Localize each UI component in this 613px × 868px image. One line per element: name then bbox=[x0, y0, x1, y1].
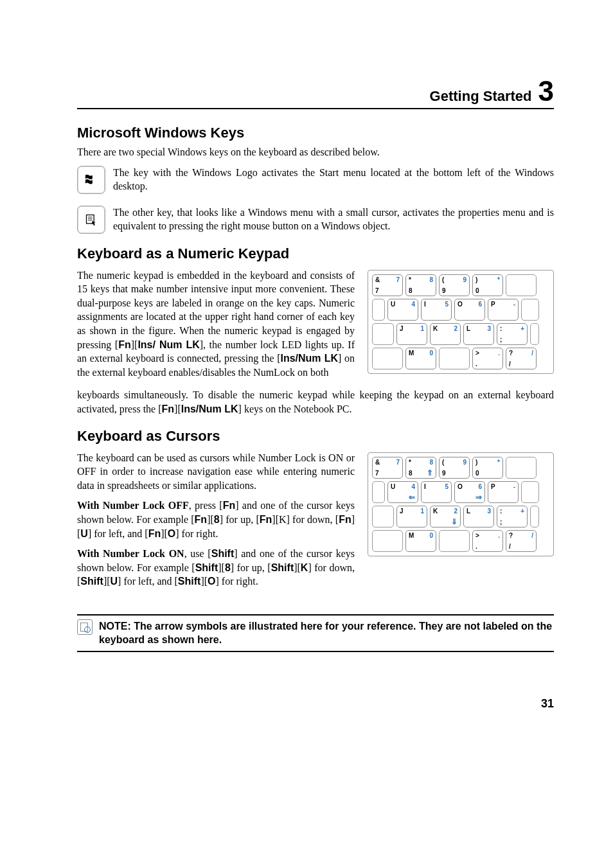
cursors-off-para: With Number Lock OFF, press [Fn] and one… bbox=[77, 499, 355, 540]
keypad-key: :+; bbox=[497, 506, 528, 527]
keypad-key: :+; bbox=[497, 323, 528, 345]
cursors-block: The keyboard can be used as cursors whil… bbox=[77, 448, 554, 595]
keypad-key-blank bbox=[506, 457, 537, 479]
t: ] for right. bbox=[215, 576, 258, 587]
shift-key-label: Shift bbox=[80, 576, 103, 587]
keypad-key-blank bbox=[372, 506, 394, 527]
fn-key-label: Fn bbox=[195, 514, 208, 525]
keypad-key: U4 bbox=[387, 299, 418, 321]
keypad-key: U4⇐ bbox=[387, 481, 418, 503]
keypad-key: J1 bbox=[396, 323, 427, 345]
key-o-label: O bbox=[168, 528, 175, 539]
fn-key-label: Fn bbox=[162, 403, 175, 414]
keypad-key-blank bbox=[372, 348, 403, 369]
keypad-key: >.. bbox=[472, 530, 503, 552]
t: ][ bbox=[161, 528, 168, 539]
t: ][ bbox=[131, 339, 138, 350]
chapter-number: 3 bbox=[538, 77, 554, 105]
keypad-key: M0 bbox=[405, 530, 436, 552]
keypad-key: K2 bbox=[430, 323, 461, 345]
t: ] for left, and [ bbox=[118, 576, 178, 587]
t: , use [ bbox=[184, 548, 211, 559]
key-u-label: U bbox=[80, 528, 88, 539]
keypad-key: *88 bbox=[405, 274, 436, 296]
windows-menu-key-text: The other key, that looks like a Windows… bbox=[113, 206, 554, 233]
keypad-key-blank bbox=[439, 530, 470, 552]
keypad-key-blank bbox=[506, 274, 537, 296]
keypad-key-blank bbox=[372, 481, 385, 503]
keypad-key: )*0 bbox=[472, 274, 503, 296]
note-row: NOTE: The arrow symbols are illustrated … bbox=[77, 619, 554, 647]
keypad-key: (99 bbox=[439, 457, 470, 479]
note-divider-top bbox=[77, 614, 554, 616]
note-icon bbox=[77, 619, 93, 635]
t: ][ bbox=[174, 403, 181, 414]
fn-key-label: Fn bbox=[148, 528, 161, 539]
chapter-title: Getting Started bbox=[430, 88, 532, 105]
keypad-key: O6 bbox=[454, 299, 485, 321]
t: ][ bbox=[218, 562, 225, 573]
heading-cursors: Keyboard as Cursors bbox=[77, 428, 554, 445]
keypad-key: M0 bbox=[405, 348, 436, 369]
t: ][ bbox=[207, 514, 214, 525]
numeric-keypad-block: The numeric keypad is embedded in the ke… bbox=[77, 266, 554, 386]
keypad-key-blank bbox=[372, 323, 394, 345]
numlock-off-label: With Number Lock OFF bbox=[77, 500, 189, 511]
key-o-label: O bbox=[208, 576, 215, 587]
keypad-key: )*0 bbox=[472, 457, 503, 479]
windows-logo-key-text: The key with the Windows Logo activates … bbox=[113, 166, 554, 193]
keypad-key-blank bbox=[372, 299, 385, 321]
t: ][ bbox=[200, 576, 208, 587]
shift-key-label: Shift bbox=[178, 576, 201, 587]
keypad-key-blank bbox=[521, 299, 539, 321]
windows-logo-key-row: The key with the Windows Logo activates … bbox=[77, 166, 554, 194]
ins-numlk-label: Ins/Num LK bbox=[181, 403, 238, 414]
keypad-key-blank bbox=[521, 481, 539, 503]
key-k-label: K bbox=[301, 562, 308, 573]
windows-menu-key-icon bbox=[77, 206, 105, 234]
t: ][ bbox=[294, 562, 301, 573]
key-8-label: 8 bbox=[225, 562, 231, 573]
t: The numeric keypad is embedded in the ke… bbox=[77, 270, 355, 350]
fn-key-label: Fn bbox=[223, 500, 236, 511]
note-text: NOTE: The arrow symbols are illustrated … bbox=[99, 619, 554, 647]
keypad-key: >.. bbox=[472, 348, 503, 369]
keypad-key: L3 bbox=[463, 323, 494, 345]
fn-key-label: Fn bbox=[339, 514, 351, 525]
menu-cursor-icon bbox=[85, 213, 98, 226]
fn-key-label: Fn bbox=[260, 514, 272, 525]
t: ] for right. bbox=[175, 528, 218, 539]
cursors-intro: The keyboard can be used as cursors whil… bbox=[77, 451, 355, 493]
keypad-key: K2⇓ bbox=[430, 506, 461, 527]
windows-menu-key-row: The other key, that looks like a Windows… bbox=[77, 206, 554, 234]
keypad-key: ?// bbox=[506, 530, 537, 552]
note-divider-bottom bbox=[77, 651, 554, 652]
keypad-key: I5 bbox=[421, 481, 452, 503]
ins-numlk-label: Ins/Num LK bbox=[280, 353, 338, 364]
numeric-keypad-para1: The numeric keypad is embedded in the ke… bbox=[77, 269, 355, 380]
keypad-key: L3 bbox=[463, 506, 494, 527]
page: Getting Started 3 Microsoft Windows Keys… bbox=[0, 0, 613, 749]
windows-flag-icon bbox=[84, 173, 98, 187]
fn-key-label: Fn bbox=[118, 339, 131, 350]
heading-windows-keys: Microsoft Windows Keys bbox=[77, 125, 554, 141]
keypad-key-blank bbox=[372, 530, 403, 552]
shift-key-label: Shift bbox=[271, 562, 294, 573]
keypad-key: J1 bbox=[396, 506, 427, 527]
keypad-key-blank bbox=[530, 506, 539, 527]
chapter-header: Getting Started 3 bbox=[77, 77, 554, 109]
numeric-keypad-para2: keyboards simultaneously. To disable the… bbox=[77, 388, 554, 416]
shift-key-label: Shift bbox=[211, 548, 235, 559]
key-u-label: U bbox=[111, 576, 118, 587]
windows-logo-key-icon bbox=[77, 166, 105, 194]
keypad-key-blank bbox=[530, 323, 539, 345]
keypad-key-blank bbox=[439, 348, 470, 369]
keypad-key: P- bbox=[488, 299, 519, 321]
heading-numeric-keypad: Keyboard as a Numeric Keypad bbox=[77, 245, 554, 262]
keypad-key: ?// bbox=[506, 348, 537, 369]
t: ] for left, and [ bbox=[88, 528, 148, 539]
cursors-on-para: With Number Lock ON, use [Shift] and one… bbox=[77, 547, 355, 589]
keypad-key: *88⇑ bbox=[405, 457, 436, 479]
keypad-key: I5 bbox=[421, 299, 452, 321]
keypad-key: P- bbox=[488, 481, 519, 503]
